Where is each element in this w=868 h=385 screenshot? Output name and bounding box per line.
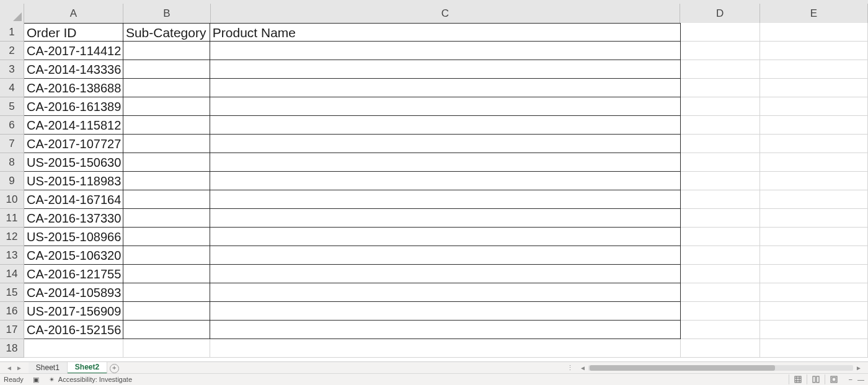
cell[interactable] — [210, 60, 681, 79]
row-header[interactable]: 9 — [0, 172, 24, 190]
cell[interactable]: Sub-Category — [123, 23, 210, 42]
sheet-tab-sheet2[interactable]: Sheet2 — [68, 362, 107, 374]
tab-nav-buttons[interactable]: ◄ ► — [0, 362, 29, 374]
row-header[interactable]: 1 — [0, 23, 24, 42]
cell[interactable] — [123, 116, 210, 135]
cell[interactable]: Product Name — [210, 23, 681, 42]
cell[interactable] — [760, 60, 868, 79]
zoom-out-icon[interactable]: − — [849, 376, 852, 383]
status-accessibility[interactable]: Accessibility: Investigate — [58, 376, 132, 383]
cell[interactable] — [681, 135, 760, 153]
scrollbar-track[interactable] — [588, 365, 853, 371]
row-header[interactable]: 13 — [0, 246, 24, 265]
cell[interactable] — [681, 339, 760, 358]
cell[interactable] — [210, 209, 681, 228]
cell[interactable]: CA-2016-121755 — [24, 265, 123, 283]
cell[interactable] — [681, 60, 760, 79]
cell[interactable] — [681, 42, 760, 60]
cell[interactable] — [760, 116, 868, 135]
cell[interactable] — [210, 42, 681, 60]
col-header-E[interactable]: E — [760, 4, 868, 23]
row-header[interactable]: 16 — [0, 302, 24, 321]
horizontal-scrollbar[interactable]: ⋮ ◄ ► — [567, 362, 868, 374]
cell[interactable] — [681, 265, 760, 283]
cell[interactable]: US-2017-156909 — [24, 302, 123, 321]
cell[interactable]: US-2015-118983 — [24, 172, 123, 190]
view-normal-button[interactable] — [789, 374, 807, 384]
view-page-break-button[interactable] — [825, 374, 843, 384]
cell[interactable] — [210, 321, 681, 339]
cell[interactable] — [123, 190, 210, 209]
scrollbar-split-icon[interactable]: ⋮ — [567, 364, 577, 372]
scroll-left-icon[interactable]: ◄ — [577, 365, 588, 371]
cell[interactable] — [210, 172, 681, 190]
cell[interactable] — [760, 339, 868, 358]
cell[interactable]: CA-2017-107727 — [24, 135, 123, 153]
sheet-tab-sheet1[interactable]: Sheet1 — [29, 362, 68, 374]
cell[interactable] — [210, 97, 681, 116]
select-all-corner[interactable] — [0, 4, 24, 24]
cell[interactable] — [760, 172, 868, 190]
cell[interactable] — [123, 228, 210, 246]
cell[interactable] — [760, 246, 868, 265]
row-header[interactable]: 11 — [0, 209, 24, 228]
cell[interactable] — [123, 321, 210, 339]
scrollbar-thumb[interactable] — [590, 365, 775, 371]
cell[interactable] — [210, 190, 681, 209]
col-header-D[interactable]: D — [680, 4, 760, 23]
cell[interactable] — [681, 153, 760, 172]
zoom-controls[interactable]: − — — [843, 376, 864, 383]
cell[interactable] — [681, 246, 760, 265]
cell[interactable] — [123, 172, 210, 190]
view-page-layout-button[interactable] — [807, 374, 825, 384]
row-header[interactable]: 4 — [0, 79, 24, 97]
row-header[interactable]: 6 — [0, 116, 24, 135]
cell[interactable]: CA-2014-115812 — [24, 116, 123, 135]
cell[interactable]: CA-2014-143336 — [24, 60, 123, 79]
cell[interactable]: CA-2016-152156 — [24, 321, 123, 339]
cell[interactable]: Order ID — [24, 23, 123, 42]
cell[interactable] — [210, 135, 681, 153]
cell[interactable] — [681, 97, 760, 116]
cell[interactable] — [681, 209, 760, 228]
cell[interactable] — [681, 116, 760, 135]
row-header[interactable]: 2 — [0, 42, 24, 60]
col-header-A[interactable]: A — [24, 4, 123, 23]
row-header[interactable]: 12 — [0, 228, 24, 246]
cell[interactable] — [123, 339, 210, 358]
cell[interactable] — [123, 60, 210, 79]
cell[interactable] — [760, 228, 868, 246]
cell[interactable] — [210, 228, 681, 246]
row-header[interactable]: 8 — [0, 153, 24, 172]
cell[interactable] — [123, 265, 210, 283]
cell[interactable] — [681, 79, 760, 97]
cell[interactable]: CA-2015-106320 — [24, 246, 123, 265]
cell[interactable] — [210, 153, 681, 172]
cell[interactable] — [123, 42, 210, 60]
cell[interactable] — [123, 79, 210, 97]
cell[interactable] — [210, 265, 681, 283]
row-header[interactable]: 5 — [0, 97, 24, 116]
row-header[interactable]: 15 — [0, 283, 24, 302]
cell[interactable]: CA-2014-167164 — [24, 190, 123, 209]
cell[interactable]: US-2015-150630 — [24, 153, 123, 172]
cell[interactable] — [123, 283, 210, 302]
cell[interactable]: CA-2016-161389 — [24, 97, 123, 116]
cell[interactable] — [760, 79, 868, 97]
cell[interactable] — [123, 153, 210, 172]
cell[interactable] — [760, 153, 868, 172]
cell[interactable] — [123, 97, 210, 116]
cell[interactable] — [210, 283, 681, 302]
cell[interactable]: CA-2016-138688 — [24, 79, 123, 97]
cell[interactable] — [681, 228, 760, 246]
row-header[interactable]: 17 — [0, 321, 24, 339]
row-header[interactable]: 10 — [0, 190, 24, 209]
cell[interactable] — [123, 302, 210, 321]
cell[interactable] — [681, 190, 760, 209]
cell[interactable] — [760, 23, 868, 42]
cell[interactable] — [210, 79, 681, 97]
accessibility-icon[interactable]: ✴ — [48, 376, 56, 384]
cell[interactable] — [760, 135, 868, 153]
cell[interactable] — [760, 302, 868, 321]
tab-next-icon[interactable]: ► — [16, 365, 22, 371]
